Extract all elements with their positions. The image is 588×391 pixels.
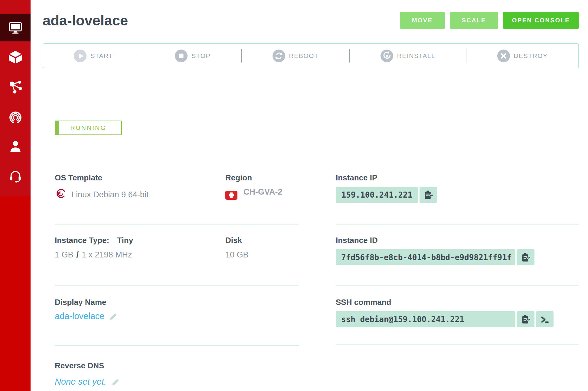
open-terminal-button[interactable] bbox=[536, 311, 554, 327]
scale-button[interactable]: SCALE bbox=[450, 12, 498, 29]
row-instance-ip: Instance IP 159.100.241.221 bbox=[336, 173, 579, 224]
action-divider bbox=[466, 49, 466, 63]
stop-action[interactable]: STOP bbox=[175, 50, 211, 62]
header: ada-lovelace MOVE SCALE OPEN CONSOLE bbox=[43, 11, 579, 30]
reinstall-icon bbox=[381, 50, 393, 62]
action-divider bbox=[349, 49, 350, 63]
os-template-value: Linux Debian 9 64-bit bbox=[71, 190, 149, 199]
display-name-label: Display Name bbox=[55, 298, 225, 307]
os-template-label: OS Template bbox=[55, 173, 225, 182]
row-instance-id: Instance ID 7fd56f8b-e8cb-4014-b8bd-e9d9… bbox=[336, 224, 579, 285]
monitor-icon bbox=[8, 20, 23, 35]
reboot-label: REBOOT bbox=[289, 52, 319, 60]
edit-pencil-icon[interactable] bbox=[109, 312, 118, 321]
main-content: ada-lovelace MOVE SCALE OPEN CONSOLE STA… bbox=[31, 0, 588, 391]
signal-arcs-icon bbox=[8, 109, 23, 124]
start-action[interactable]: START bbox=[74, 50, 113, 62]
reverse-dns-label: Reverse DNS bbox=[55, 361, 225, 370]
region-value: CH-GVA-2 bbox=[243, 186, 289, 200]
stop-label: STOP bbox=[191, 52, 211, 60]
sidebar-item-support[interactable] bbox=[0, 162, 31, 189]
region-label: Region bbox=[225, 173, 299, 182]
user-icon bbox=[8, 139, 23, 153]
row-reverse-dns: Reverse DNS None set yet. bbox=[55, 345, 299, 390]
stop-icon bbox=[175, 50, 188, 62]
reinstall-action[interactable]: REINSTALL bbox=[381, 50, 435, 62]
field-display-name: Display Name ada-lovelace bbox=[55, 298, 225, 345]
instance-id-label: Instance ID bbox=[336, 236, 579, 245]
field-instance-type: Instance Type:Tiny 1 GB/1 x 2198 MHz bbox=[55, 236, 225, 285]
action-divider bbox=[241, 49, 242, 63]
cube-icon bbox=[8, 50, 23, 65]
header-buttons: MOVE SCALE OPEN CONSOLE bbox=[400, 12, 579, 29]
spec-separator: / bbox=[77, 250, 79, 259]
reboot-action[interactable]: REBOOT bbox=[273, 50, 319, 62]
field-os-template: OS Template Linux Debian 9 64-bit bbox=[55, 173, 225, 224]
instance-type-label: Instance Type: bbox=[55, 236, 109, 245]
instance-cpu-value: 1 x 2198 MHz bbox=[82, 250, 132, 259]
swiss-flag-icon bbox=[225, 191, 237, 200]
copy-ip-button[interactable] bbox=[420, 187, 437, 203]
row-ssh-command: SSH command ssh debian@159.100.241.221 bbox=[336, 285, 579, 345]
details-right-panel: Instance IP 159.100.241.221 bbox=[323, 173, 579, 345]
disk-label: Disk bbox=[225, 236, 299, 245]
action-divider bbox=[144, 49, 144, 63]
network-nodes-icon bbox=[8, 80, 23, 94]
ssh-command-label: SSH command bbox=[336, 298, 579, 307]
start-label: START bbox=[90, 52, 113, 60]
copy-ssh-button[interactable] bbox=[517, 311, 534, 327]
details-left-panel: OS Template Linux Debian 9 64-bit bbox=[43, 173, 299, 390]
headset-icon bbox=[8, 169, 23, 183]
field-region: Region CH-GVA-2 bbox=[225, 173, 299, 224]
destroy-label: DESTROY bbox=[514, 52, 548, 60]
disk-value: 10 GB bbox=[225, 250, 249, 260]
ssh-command-value: ssh debian@159.100.241.221 bbox=[336, 311, 515, 327]
sidebar-item-dns[interactable] bbox=[0, 103, 31, 130]
instance-ram-value: 1 GB bbox=[55, 250, 74, 259]
reinstall-label: REINSTALL bbox=[397, 52, 435, 60]
sidebar-item-storage[interactable] bbox=[0, 44, 31, 71]
debian-icon bbox=[55, 188, 67, 202]
reboot-icon bbox=[273, 50, 285, 62]
page-title: ada-lovelace bbox=[43, 12, 128, 29]
instance-ip-value: 159.100.241.221 bbox=[336, 187, 418, 203]
field-disk: Disk 10 GB bbox=[225, 236, 299, 285]
instance-action-bar: START STOP REBOOT bbox=[43, 43, 579, 68]
row-display-name: Display Name ada-lovelace bbox=[55, 285, 299, 345]
play-icon bbox=[74, 50, 87, 62]
app-window: ada-lovelace MOVE SCALE OPEN CONSOLE STA… bbox=[0, 0, 588, 391]
display-name-value: ada-lovelace bbox=[55, 311, 104, 321]
row-os-region: OS Template Linux Debian 9 64-bit bbox=[55, 173, 299, 224]
status-badge: RUNNING bbox=[55, 121, 122, 135]
status-label: RUNNING bbox=[70, 124, 106, 131]
instance-type-name: Tiny bbox=[117, 236, 133, 245]
sidebar-item-instances[interactable] bbox=[0, 14, 31, 41]
field-reverse-dns: Reverse DNS None set yet. bbox=[55, 361, 225, 390]
row-type-disk: Instance Type:Tiny 1 GB/1 x 2198 MHz Dis… bbox=[55, 224, 299, 285]
instance-ip-label: Instance IP bbox=[336, 173, 579, 182]
reverse-dns-value: None set yet. bbox=[55, 377, 106, 387]
edit-pencil-icon[interactable] bbox=[111, 377, 120, 387]
status-badge-bar bbox=[55, 121, 59, 134]
instance-details: OS Template Linux Debian 9 64-bit bbox=[43, 173, 579, 390]
copy-id-button[interactable] bbox=[517, 249, 534, 265]
destroy-action[interactable]: DESTROY bbox=[497, 50, 548, 62]
sidebar bbox=[0, 0, 31, 391]
sidebar-item-network[interactable] bbox=[0, 73, 31, 101]
open-console-button[interactable]: OPEN CONSOLE bbox=[503, 12, 579, 29]
destroy-icon bbox=[497, 50, 510, 62]
sidebar-item-account[interactable] bbox=[0, 133, 31, 160]
sidebar-nav bbox=[0, 0, 31, 196]
move-button[interactable]: MOVE bbox=[400, 12, 445, 29]
instance-id-value: 7fd56f8b-e8cb-4014-b8bd-e9d9821ff91f bbox=[336, 249, 515, 265]
